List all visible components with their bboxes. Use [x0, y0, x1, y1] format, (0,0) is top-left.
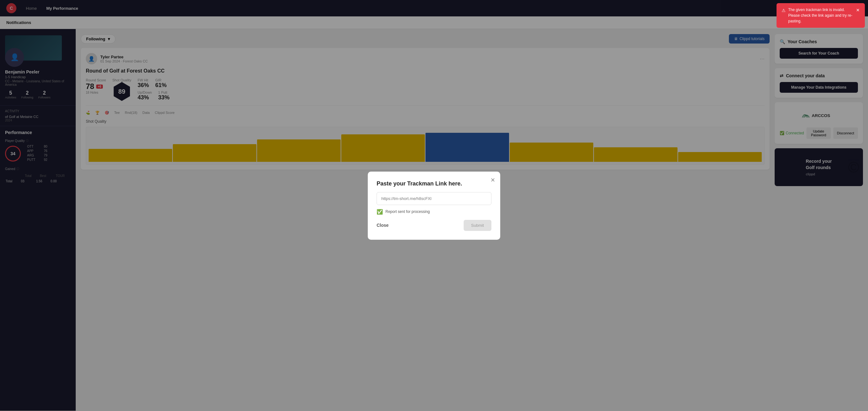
modal-close-icon-btn[interactable]: ✕: [491, 177, 495, 184]
modal-title: Paste your Trackman Link here.: [377, 181, 491, 187]
trackman-link-input[interactable]: [377, 192, 491, 205]
toast-message: The given trackman link is invalid. Plea…: [788, 7, 854, 24]
success-check-icon: ✅: [377, 209, 383, 215]
warning-icon: ⚠: [782, 7, 786, 14]
modal-success-message: ✅ Report sent for processing: [377, 209, 491, 215]
modal-overlay: Paste your Trackman Link here. ✕ ✅ Repor…: [0, 0, 868, 411]
modal-actions: Close Submit: [377, 220, 491, 231]
modal-close-button[interactable]: Close: [377, 223, 389, 228]
modal-submit-button: Submit: [464, 220, 491, 231]
error-toast: ⚠ The given trackman link is invalid. Pl…: [777, 3, 865, 28]
toast-close-btn[interactable]: ✕: [856, 7, 860, 13]
trackman-modal: Paste your Trackman Link here. ✕ ✅ Repor…: [368, 171, 500, 240]
